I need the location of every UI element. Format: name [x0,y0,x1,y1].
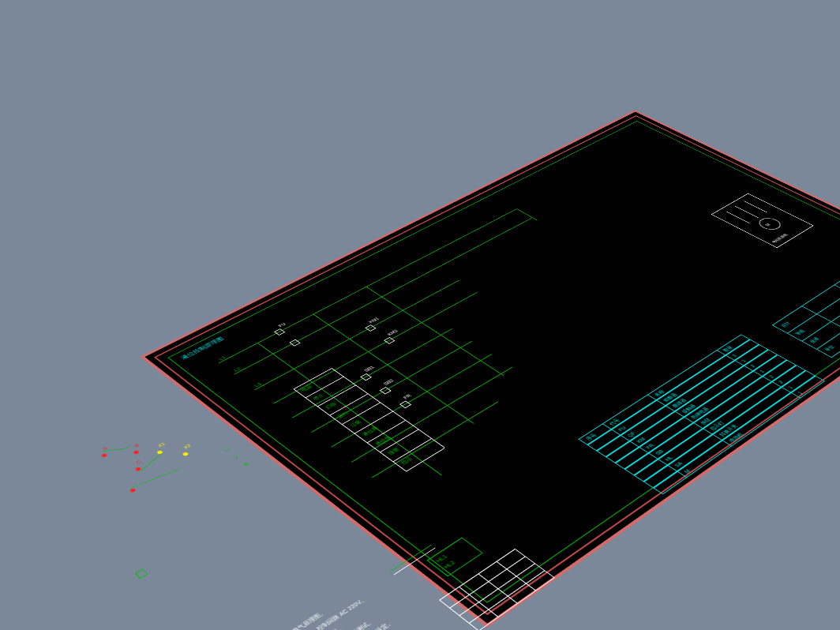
td: 1 [759,369,765,373]
aux-w: W [242,461,250,467]
td: SB [654,449,665,456]
hl2: HL2 [443,560,456,569]
td: SA [673,461,684,468]
component-symbol [365,324,376,332]
link-line [141,454,161,471]
red-dot [129,488,137,493]
label-fu: FU [277,322,287,328]
red-dot [133,450,140,455]
td: 2 [768,374,774,378]
label-l2: L2 [233,367,242,373]
td: 熔断器 [662,392,678,403]
th: 序号 [585,433,598,441]
bus-line [351,367,513,463]
hl1: HL1 [435,554,448,564]
colstrip-cell: 报警 [387,447,400,456]
vert-line [257,343,442,475]
td: 转换开关 [718,423,738,437]
colstrip-cell: 液位高 [362,426,379,437]
td: 1 [741,358,747,362]
lone-symbol [135,569,148,579]
td: QF [626,431,636,437]
td: 3 [731,354,737,358]
bus-line [372,402,498,478]
label-sb2: SB2 [383,378,395,385]
component-symbol [380,387,392,394]
motor-caption: 电动机接线 [771,233,789,243]
yellow-dot [182,452,189,456]
td: KM [636,437,647,444]
label-km1: KM1 [368,317,380,324]
drawing-sheet-group: 液位控制原理图 L1 L2 [141,110,840,628]
th: 代号 [608,418,621,426]
td: FU [617,426,628,432]
th: 名称 [653,389,665,397]
component-symbol [274,328,285,336]
aux-b: B [133,443,141,448]
component-symbol [289,339,300,347]
tb-approver: 批准 [808,336,819,343]
td: 1 [787,385,794,389]
td: 1 [797,391,804,395]
label-sb1: SB1 [363,366,375,373]
colstrip-cell: 液位低 [374,435,392,446]
label-fr: FR [403,393,412,399]
header-note: 液位控制原理图 [181,336,225,360]
td: M [683,469,691,474]
component-table: 序号 代号 名称 数量 FU 熔断器 3 QF 断路器 1 KM 接触器 [578,334,741,439]
td: 按钮 [699,417,712,425]
bus-line [311,341,472,433]
label-l3: L3 [253,382,262,388]
vert-line [313,314,474,424]
colstrip-cell: 启动 [324,402,337,410]
tb-designer: 设计 [780,321,791,328]
aux-x1: X1 [157,441,167,448]
component-symbol [360,373,372,381]
aux-v: V [232,455,239,459]
td: HL [664,456,674,462]
td: 2 [749,364,756,368]
bus-line [292,328,452,418]
colstrip-cell: 运行 [336,411,349,418]
tb-company: 单位 [823,344,835,351]
label-km2: KM2 [387,329,399,336]
td: 2 [778,380,785,384]
td: 接触器 [681,403,696,414]
bus-line [331,354,492,447]
colstrip-cell: 指示 [400,456,414,465]
td: 电动机 [728,432,744,443]
label-l1: L1 [218,355,227,361]
tb-checker: 审核 [794,328,805,336]
link-line [130,469,179,489]
component-symbol [399,401,411,409]
component-symbol [384,337,395,344]
td: FR [645,443,655,449]
aux-c: C [135,459,142,464]
td: 指示灯 [709,420,726,431]
colstrip-cell: 电源 [300,384,313,392]
aux-x2: X2 [182,444,192,450]
red-dot [100,453,107,458]
td: 热继电器 [690,407,710,420]
colstrip-cell: 停止 [312,393,324,401]
th: 数量 [722,345,733,352]
colstrip-cell: 过载 [349,419,362,427]
td: 断路器 [671,398,687,408]
aux-u: U [223,448,231,452]
cad-viewport[interactable]: 液位控制原理图 L1 L2 [0,0,840,630]
